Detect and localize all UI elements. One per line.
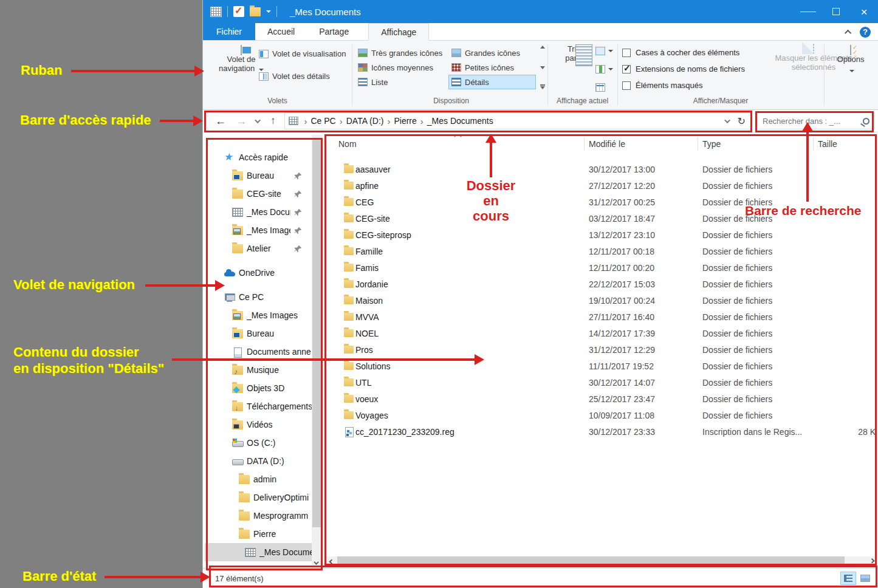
layout-option[interactable]: Grandes icônes (448, 46, 536, 60)
file-row[interactable]: cc_20171230_233209.reg 30/12/2017 23:33 … (326, 423, 877, 440)
layout-option[interactable]: Petites icônes (448, 60, 536, 75)
nav-item[interactable]: Ce PC (205, 288, 312, 306)
file-row[interactable]: Maison 19/10/2017 00:24 Dossier de fichi… (326, 292, 877, 309)
nav-item[interactable]: Bureau (205, 166, 312, 185)
layout-option[interactable]: Icônes moyennes (355, 60, 448, 75)
nav-item[interactable]: Pierre (205, 525, 312, 543)
breadcrumb-segment[interactable]: Pierre (394, 116, 416, 126)
properties-icon[interactable] (233, 6, 244, 17)
file-row[interactable]: CEG-siteprosp 13/12/2017 23:10 Dossier d… (326, 227, 877, 243)
file-row[interactable]: UTL 30/12/2017 14:07 Dossier de fichiers (326, 374, 877, 391)
nav-item[interactable]: Accès rapide (205, 148, 312, 166)
preview-pane-button[interactable]: Volet de visualisation (259, 49, 346, 58)
file-row[interactable]: Famille 12/11/2017 00:18 Dossier de fich… (326, 243, 877, 259)
layout-option[interactable]: Très grandes icônes (355, 46, 448, 60)
titlebar: _Mes Documents × (203, 0, 878, 23)
nav-item[interactable]: Objets 3D (205, 379, 312, 397)
ribbon-checkbox[interactable]: Éléments masqués (622, 81, 703, 90)
file-row[interactable]: Pros 31/12/2017 12:29 Dossier de fichier… (326, 341, 877, 358)
column-header-size[interactable]: Taille (818, 139, 837, 149)
nav-item[interactable]: admin (205, 470, 312, 488)
nav-item[interactable]: _Mes Docume (205, 203, 312, 221)
nav-item[interactable]: Documents anne (205, 343, 312, 361)
file-row[interactable]: aasauver 30/12/2017 13:00 Dossier de fic… (326, 161, 877, 177)
ribbon-checkbox[interactable]: Cases à cocher des éléments (622, 48, 739, 57)
horizontal-scrollbar[interactable] (326, 556, 877, 566)
nav-item[interactable]: OneDrive (205, 264, 312, 282)
details-view-button[interactable] (840, 572, 856, 585)
size-columns-button[interactable] (595, 83, 605, 92)
ribbon-tab[interactable]: Affichage (368, 23, 429, 41)
ribbon-checkbox[interactable]: Extensions de noms de fichiers (622, 64, 745, 74)
scrollbar-thumb[interactable] (312, 138, 321, 527)
file-row[interactable]: Voyages 10/09/2017 11:08 Dossier de fich… (326, 407, 877, 423)
scroll-left-button[interactable] (326, 556, 335, 566)
details-pane-button[interactable]: Volet des détails (259, 72, 330, 81)
file-row[interactable]: CEG-site 03/12/2017 18:47 Dossier de fic… (326, 210, 877, 227)
nav-item[interactable]: _Mes Images (205, 306, 312, 324)
gallery-more-icon[interactable] (540, 86, 545, 89)
ribbon-tab[interactable]: Fichier (203, 23, 255, 40)
search-icon[interactable] (863, 118, 869, 125)
file-row[interactable]: Famis 12/11/2017 00:20 Dossier de fichie… (326, 259, 877, 276)
navigation-pane-button[interactable]: Volet de navigation (219, 46, 264, 73)
gallery-scrollbar[interactable] (538, 46, 547, 89)
forward-button[interactable]: → (236, 115, 247, 128)
minimize-button[interactable] (794, 0, 822, 23)
nav-item[interactable]: Vidéos (205, 415, 312, 434)
scroll-up-icon[interactable] (540, 46, 545, 49)
layout-option[interactable]: Détails (448, 75, 536, 89)
sort-by-button[interactable]: Trier par (557, 44, 594, 63)
scroll-down-icon[interactable] (540, 66, 545, 69)
close-button[interactable]: × (850, 0, 878, 23)
sort-ascending-icon[interactable] (454, 135, 462, 140)
ribbon-tab[interactable]: Partage (307, 23, 361, 40)
file-row[interactable]: apfine 27/12/2017 12:20 Dossier de fichi… (326, 177, 877, 194)
nav-item[interactable]: _Mes Docume (205, 543, 312, 561)
scroll-right-button[interactable] (868, 556, 877, 566)
back-button[interactable]: ← (215, 115, 226, 128)
chevron-down-icon[interactable] (266, 10, 271, 13)
nav-item[interactable]: CEG-site (205, 185, 312, 203)
navigation-scrollbar[interactable] (312, 135, 322, 568)
column-header-modified[interactable]: Modifié le (589, 139, 625, 149)
address-bar[interactable]: › Ce PC › DATA (D:) › Pierre › (284, 112, 753, 129)
thumbnail-view-button[interactable] (857, 572, 873, 585)
annotation-acces-rapide: Barre d'accès rapide (20, 112, 151, 128)
nav-item[interactable]: DeliveryOptimi (205, 488, 312, 507)
search-input[interactable]: Rechercher dans : _... (757, 112, 875, 129)
nav-item[interactable]: Mesprogramm (205, 507, 312, 525)
scroll-down-button[interactable] (312, 558, 322, 568)
file-row[interactable]: voeux 25/12/2017 23:47 Dossier de fichie… (326, 391, 877, 407)
ribbon-tab[interactable]: Accueil (255, 23, 307, 40)
column-header-name[interactable]: Nom (338, 139, 357, 149)
add-columns-button[interactable] (595, 65, 613, 74)
refresh-icon[interactable]: ↻ (738, 115, 746, 127)
new-folder-icon[interactable] (250, 7, 261, 16)
group-by-button[interactable] (595, 47, 613, 55)
column-header-type[interactable]: Type (702, 139, 721, 149)
scrollbar-thumb[interactable] (337, 556, 845, 566)
nav-item[interactable]: _Mes Images (205, 221, 312, 239)
nav-item[interactable]: Musique (205, 361, 312, 379)
options-button[interactable]: Options (832, 46, 869, 74)
help-icon[interactable]: ? (860, 27, 871, 38)
nav-item[interactable]: Bureau (205, 324, 312, 343)
nav-item[interactable]: Atelier (205, 239, 312, 258)
file-row[interactable]: Solutions 11/11/2017 19:52 Dossier de fi… (326, 358, 877, 374)
breadcrumb-segment[interactable]: Ce PC (311, 116, 336, 126)
file-row[interactable]: CEG 31/12/2017 00:25 Dossier de fichiers (326, 194, 877, 210)
up-button[interactable]: ↑ (270, 115, 276, 127)
file-row[interactable]: MVVA 27/11/2017 16:40 Dossier de fichier… (326, 309, 877, 325)
recent-locations-icon[interactable] (255, 117, 261, 123)
nav-item[interactable]: DATA (D:) (205, 452, 312, 470)
file-row[interactable]: Jordanie 22/12/2017 15:03 Dossier de fic… (326, 276, 877, 292)
file-row[interactable]: NOEL 14/12/2017 17:39 Dossier de fichier… (326, 325, 877, 341)
nav-item[interactable]: OS (C:) (205, 434, 312, 452)
address-dropdown-icon[interactable] (724, 117, 730, 123)
layout-option[interactable]: Liste (355, 75, 448, 89)
maximize-button[interactable] (822, 0, 850, 23)
breadcrumb-segment[interactable]: _Mes Documents (427, 116, 493, 126)
breadcrumb-segment[interactable]: DATA (D:) (346, 116, 384, 126)
nav-item[interactable]: Téléchargements (205, 397, 312, 415)
